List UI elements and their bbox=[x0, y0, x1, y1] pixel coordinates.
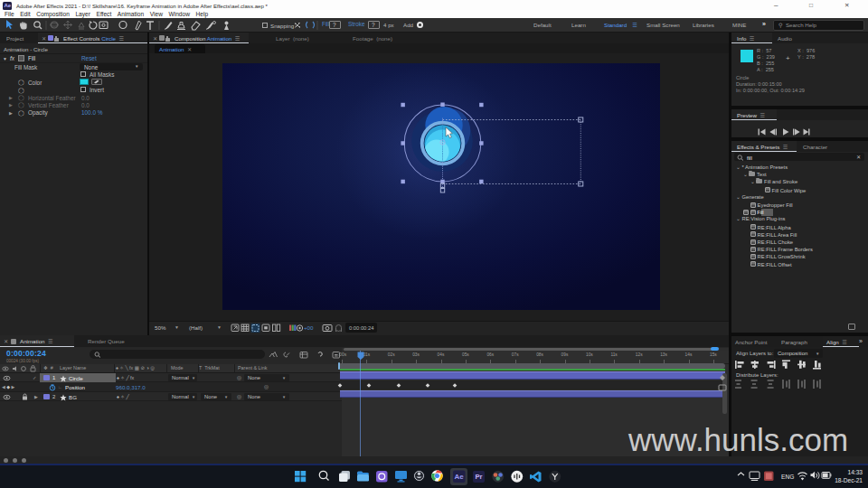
svg-text:ENG: ENG bbox=[781, 474, 794, 480]
svg-text:Pr: Pr bbox=[475, 473, 482, 481]
svg-text:Ae: Ae bbox=[455, 473, 465, 481]
